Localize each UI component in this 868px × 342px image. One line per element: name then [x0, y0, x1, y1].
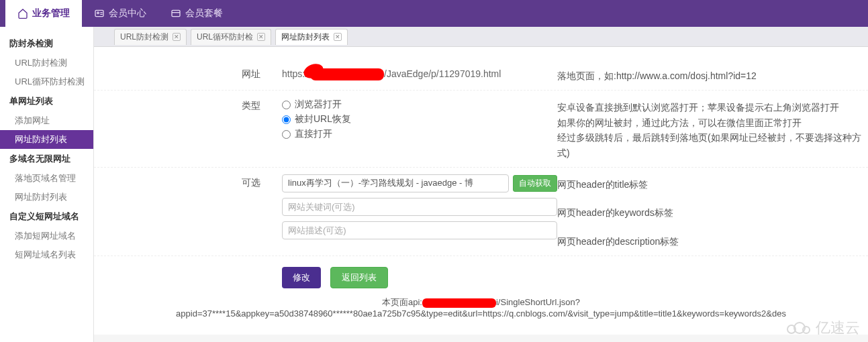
tab-url-loop-detect[interactable]: URL循环防封检 ✕	[191, 29, 271, 45]
watermark-text: 亿速云	[816, 318, 860, 338]
tab-label: URL防封检测	[120, 32, 168, 43]
close-icon[interactable]: ✕	[334, 33, 342, 41]
optional-inputs: 自动获取	[282, 174, 557, 239]
desc-optional: 网页header的title标签 网页header的keywords标签 网页h…	[557, 174, 868, 249]
cloud-icon	[785, 320, 812, 336]
modify-button[interactable]: 修改	[282, 267, 321, 288]
id-card-icon	[94, 8, 105, 19]
topnav-label: 业务管理	[32, 7, 70, 19]
sidebar-item-short-domain-list[interactable]: 短网址域名列表	[0, 245, 93, 264]
close-icon[interactable]: ✕	[257, 33, 265, 41]
keywords-input[interactable]	[282, 198, 557, 216]
topnav-member-center[interactable]: 会员中心	[82, 0, 158, 27]
topnav-label: 会员中心	[109, 7, 146, 19]
svg-point-1	[97, 12, 99, 14]
sidebar-item-landing-domain[interactable]: 落地页域名管理	[0, 169, 93, 188]
topnav-label: 会员套餐	[185, 7, 223, 19]
watermark: 亿速云	[785, 318, 860, 338]
svg-rect-0	[95, 10, 103, 16]
desc-url: 落地页面，如:http://www.a.com/dosj.html?id=12	[557, 66, 868, 83]
label-optional: 可选	[94, 174, 282, 189]
title-input[interactable]	[282, 174, 509, 192]
main-area: URL防封检测 ✕ URL循环防封检 ✕ 网址防封列表 ✕ 网址 https:/…	[94, 27, 868, 342]
sidebar-item-url-block-list-2[interactable]: 网址防封列表	[0, 188, 93, 207]
radio-label: 浏览器打开	[295, 99, 342, 111]
type-options: 浏览器打开 被封URL恢复 直接打开	[282, 97, 557, 141]
label-url: 网址	[94, 66, 282, 80]
desc-type: 安卓设备直接挑到默认浏览器打开；苹果设备提示右上角浏览器打开 如果你的网址被封，…	[557, 97, 868, 160]
tab-bar: URL防封检测 ✕ URL循环防封检 ✕ 网址防封列表 ✕	[94, 27, 868, 47]
desc-line: 网页header的title标签	[557, 177, 868, 205]
sidebar-group: 多域名无限网址	[0, 149, 93, 169]
api-query: appid=37****15&appkey=a50d38748960******…	[176, 308, 786, 319]
sidebar-item-add-url[interactable]: 添加网址	[0, 111, 93, 130]
form-content: 网址 https:///JavaEdge/p/11297019.html 落地页…	[94, 47, 868, 335]
api-info: 本页面api:i/SingleShortUrl.json? appid=37**…	[94, 288, 868, 319]
sidebar-item-add-short-domain[interactable]: 添加短网址域名	[0, 227, 93, 245]
sidebar-group: 防封杀检测	[0, 34, 93, 54]
sidebar-item-url-block-list[interactable]: 网址防封列表	[0, 130, 93, 149]
top-nav: 业务管理 会员中心 会员套餐	[0, 0, 868, 27]
tab-label: URL循环防封检	[197, 32, 253, 43]
tab-url-detect[interactable]: URL防封检测 ✕	[114, 29, 187, 45]
url-suffix: /JavaEdge/p/11297019.html	[384, 68, 501, 79]
radio-label: 被封URL恢复	[295, 113, 351, 125]
radio-input[interactable]	[282, 101, 291, 109]
sidebar-item-url-loop-detect[interactable]: URL循环防封检测	[0, 72, 93, 91]
api-suffix: i/SingleShortUrl.json?	[496, 297, 580, 307]
redacted-mark	[310, 68, 384, 80]
redacted-mark	[422, 298, 496, 308]
row-type: 类型 浏览器打开 被封URL恢复 直接打开	[94, 91, 868, 168]
desc-line: 如果你的网址被封，通过此方法，可以在微信里面正常打开	[557, 115, 868, 130]
url-value: https:///JavaEdge/p/11297019.html	[282, 66, 557, 80]
package-icon	[171, 8, 181, 19]
sidebar-group: 自定义短网址域名	[0, 207, 93, 227]
description-input[interactable]	[282, 221, 557, 239]
back-button[interactable]: 返回列表	[330, 267, 388, 288]
desc-line: 网页header的description标签	[557, 234, 868, 249]
sidebar-item-url-detect[interactable]: URL防封检测	[0, 54, 93, 72]
close-icon[interactable]: ✕	[173, 33, 181, 41]
radio-input[interactable]	[282, 115, 291, 124]
desc-line: 安卓设备直接挑到默认浏览器打开；苹果设备提示右上角浏览器打开	[557, 100, 868, 115]
auto-fetch-button[interactable]: 自动获取	[513, 175, 557, 192]
sidebar: 防封杀检测 URL防封检测 URL循环防封检测 单网址列表 添加网址 网址防封列…	[0, 27, 94, 342]
desc-line: 网页header的keywords标签	[557, 205, 868, 233]
row-url: 网址 https:///JavaEdge/p/11297019.html 落地页…	[94, 59, 868, 91]
form-actions: 修改 返回列表	[94, 256, 868, 288]
radio-label: 直接打开	[295, 128, 332, 140]
topnav-member-package[interactable]: 会员套餐	[158, 0, 235, 27]
tab-url-block-list[interactable]: 网址防封列表 ✕	[275, 29, 348, 45]
row-optional: 可选 自动获取 网页header的title标签 网页header的ke	[94, 168, 868, 256]
sidebar-group: 单网址列表	[0, 91, 93, 111]
radio-input[interactable]	[282, 130, 291, 139]
svg-rect-2	[172, 10, 180, 16]
home-icon	[17, 8, 28, 19]
radio-direct-open[interactable]: 直接打开	[282, 127, 557, 141]
tab-label: 网址防封列表	[281, 32, 330, 43]
label-type: 类型	[94, 97, 282, 112]
radio-blocked-url-recover[interactable]: 被封URL恢复	[282, 112, 557, 127]
topnav-business[interactable]: 业务管理	[5, 0, 82, 27]
desc-line: 经过多级跳转后，最后跳转到落地页(如果网址已经被封，不要选择这种方式)	[557, 130, 868, 160]
radio-browser-open[interactable]: 浏览器打开	[282, 97, 557, 112]
api-prefix: 本页面api:	[382, 297, 422, 307]
